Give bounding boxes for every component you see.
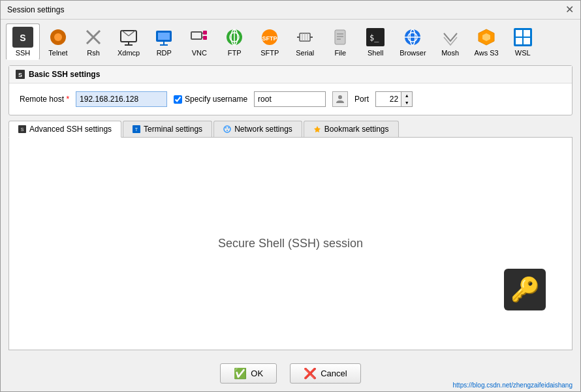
- protocol-rsh[interactable]: Rsh: [76, 23, 110, 60]
- protocol-wsl[interactable]: WSL: [506, 23, 540, 60]
- serial-label: Serial: [296, 49, 314, 57]
- xdmcp-label: Xdmcp: [118, 49, 140, 57]
- user-browse-button[interactable]: [332, 91, 348, 107]
- ok-button[interactable]: ✅ OK: [220, 363, 277, 384]
- sftp-icon: SFTP: [259, 27, 280, 48]
- rsh-label: Rsh: [87, 49, 100, 57]
- shell-icon: $_: [365, 27, 386, 48]
- settings-header-icon: S: [16, 70, 25, 79]
- tab-network[interactable]: Network settings: [213, 121, 302, 137]
- key-icon-box: 🔑: [504, 269, 546, 310]
- svg-rect-6: [121, 31, 136, 42]
- tabs-section: S Advanced SSH settings T Terminal setti…: [8, 121, 573, 350]
- svg-rect-17: [203, 36, 207, 40]
- remote-host-input[interactable]: [76, 91, 167, 107]
- basic-settings-label: Basic SSH settings: [29, 70, 100, 79]
- port-label: Port: [354, 95, 369, 104]
- protocol-ssh[interactable]: S SSH: [6, 23, 40, 60]
- protocol-shell[interactable]: $_ Shell: [358, 23, 392, 60]
- protocol-sftp[interactable]: SFTP SFTP: [253, 23, 287, 60]
- svg-rect-15: [191, 32, 202, 39]
- svg-text:S: S: [18, 72, 22, 78]
- wsl-icon: [512, 27, 533, 48]
- port-decrement-button[interactable]: ▼: [401, 99, 412, 106]
- mosh-label: Mosh: [441, 49, 459, 57]
- footer-link: https://blog.csdn.net/zhengzaifeidaishan…: [453, 382, 573, 389]
- specify-username-checkbox[interactable]: [174, 95, 182, 104]
- wsl-label: WSL: [515, 49, 531, 57]
- sftp-label: SFTP: [260, 49, 279, 57]
- protocol-ftp[interactable]: FTP: [217, 23, 251, 60]
- protocol-awss3[interactable]: Aws S3: [469, 23, 505, 60]
- port-spin-buttons: ▲ ▼: [401, 91, 413, 107]
- ftp-icon: [224, 27, 245, 48]
- vnc-label: VNC: [192, 49, 207, 57]
- advanced-tab-icon: S: [18, 125, 26, 133]
- svg-marker-60: [314, 126, 321, 132]
- protocol-serial[interactable]: Serial: [288, 23, 322, 60]
- user-browse-icon: [335, 94, 345, 104]
- protocol-mosh[interactable]: Mosh: [433, 23, 467, 60]
- protocol-bar: S SSH Telnet Rsh: [1, 20, 580, 60]
- tab-terminal[interactable]: T Terminal settings: [123, 121, 212, 137]
- port-increment-button[interactable]: ▲: [401, 92, 412, 99]
- shell-label: Shell: [368, 49, 383, 57]
- svg-point-56: [224, 126, 230, 132]
- basic-settings-panel: S Basic SSH settings Remote host * Speci…: [8, 65, 573, 115]
- protocol-vnc[interactable]: VNC: [182, 23, 216, 60]
- svg-point-59: [227, 130, 228, 131]
- svg-text:S: S: [20, 33, 25, 43]
- svg-text:SFTP: SFTP: [262, 35, 277, 42]
- tab-bookmark[interactable]: Bookmark settings: [304, 121, 399, 137]
- protocol-browser[interactable]: Browser: [394, 23, 432, 60]
- protocol-file[interactable]: File: [323, 23, 357, 60]
- terminal-tab-label: Terminal settings: [144, 125, 202, 134]
- close-button[interactable]: ✕: [565, 5, 574, 15]
- protocol-rdp[interactable]: RDP: [147, 23, 181, 60]
- svg-rect-47: [516, 38, 522, 44]
- xdmcp-icon: [118, 27, 139, 48]
- svg-rect-12: [158, 33, 170, 40]
- title-bar: Session settings ✕: [1, 1, 580, 20]
- window-title: Session settings: [7, 5, 64, 14]
- main-content: S Basic SSH settings Remote host * Speci…: [1, 60, 580, 355]
- specify-username-checkbox-label[interactable]: Specify username: [174, 95, 247, 104]
- tab-advanced-ssh[interactable]: S Advanced SSH settings: [8, 121, 121, 138]
- port-spinner: ▲ ▼: [375, 91, 413, 107]
- ftp-label: FTP: [228, 49, 242, 57]
- session-description: Secure Shell (SSH) session: [218, 237, 363, 250]
- protocol-xdmcp[interactable]: Xdmcp: [112, 23, 146, 60]
- serial-icon: [294, 27, 315, 48]
- ssh-label: SSH: [16, 49, 31, 57]
- tabs-header: S Advanced SSH settings T Terminal setti…: [8, 121, 573, 138]
- svg-point-51: [338, 95, 342, 99]
- cancel-button[interactable]: ❌ Cancel: [290, 363, 360, 384]
- ok-icon: ✅: [234, 367, 247, 380]
- footer: ✅ OK ❌ Cancel https://blog.csdn.net/zhen…: [1, 355, 580, 391]
- svg-rect-16: [203, 31, 207, 35]
- rdp-icon: [153, 27, 174, 48]
- file-icon: [330, 27, 351, 48]
- browser-icon: [402, 27, 423, 48]
- port-input[interactable]: [375, 91, 401, 107]
- browser-label: Browser: [400, 49, 426, 57]
- svg-line-9: [122, 31, 129, 36]
- username-input[interactable]: [254, 91, 326, 107]
- tab-content: Secure Shell (SSH) session 🔑: [8, 138, 573, 350]
- network-tab-label: Network settings: [234, 125, 292, 134]
- protocol-telnet[interactable]: Telnet: [41, 23, 75, 60]
- awss3-icon: [476, 27, 497, 48]
- svg-text:S: S: [21, 127, 24, 132]
- basic-settings-body: Remote host * Specify username Port: [9, 83, 572, 115]
- svg-point-57: [225, 127, 227, 128]
- network-tab-icon: [223, 125, 231, 133]
- svg-text:T: T: [135, 127, 138, 132]
- tab-content-inner: Secure Shell (SSH) session: [9, 211, 572, 277]
- svg-point-3: [54, 33, 62, 41]
- awss3-label: Aws S3: [475, 49, 499, 57]
- file-label: File: [334, 49, 346, 57]
- svg-line-10: [129, 31, 135, 36]
- ssh-icon: S: [12, 27, 33, 48]
- svg-rect-45: [516, 30, 522, 37]
- key-icon: 🔑: [510, 276, 540, 303]
